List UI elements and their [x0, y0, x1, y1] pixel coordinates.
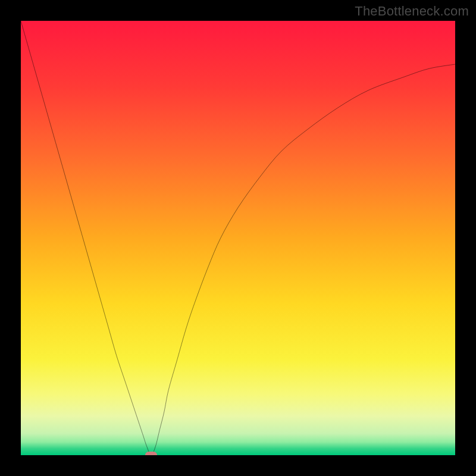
chart-frame: TheBottleneck.com	[0, 0, 476, 476]
watermark-text: TheBottleneck.com	[355, 4, 469, 19]
minimum-marker	[145, 452, 157, 455]
bottleneck-curve	[21, 21, 455, 455]
plot-area	[21, 21, 455, 455]
